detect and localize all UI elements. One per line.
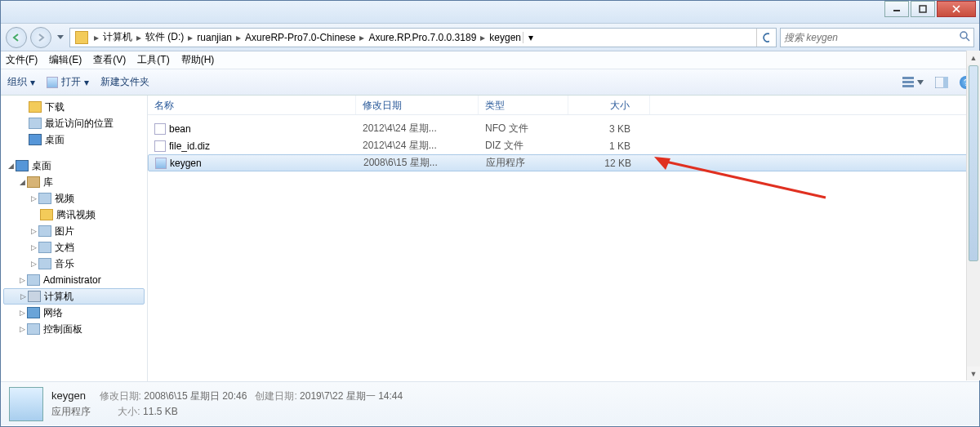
search-box[interactable] [780,28,974,47]
expand-icon[interactable]: ▷ [29,194,38,202]
column-name[interactable]: 名称 [148,96,356,114]
menubar: 文件(F) 编辑(E) 查看(V) 工具(T) 帮助(H) [1,51,979,69]
minimize-button[interactable] [884,1,909,17]
maximize-button[interactable] [911,1,935,17]
sidebar-item-documents[interactable]: ▷文档 [1,239,147,256]
file-row[interactable]: file_id.diz 2012\4\24 星期... DIZ 文件 1 KB [148,137,979,154]
breadcrumb-item[interactable]: AxureRP-Pro7.0-Chinese [243,32,357,43]
file-row-selected[interactable]: keygen 2008\6\15 星期... 应用程序 12 KB [148,154,979,171]
column-type[interactable]: 类型 [479,96,568,114]
sidebar-item-network[interactable]: ▷网络 [1,305,147,321]
details-modified-value: 2008\6\15 星期日 20:46 [144,390,247,402]
app-icon [47,77,58,88]
folder-icon [75,31,88,44]
expand-icon[interactable]: ▷ [29,243,38,251]
column-size[interactable]: 大小 [568,96,650,114]
toolbar: 组织 ▾ 打开 ▾ 新建文件夹 ? [1,69,979,96]
sidebar-item-downloads[interactable]: 下载 [1,99,147,115]
sidebar-item-control[interactable]: ▷控制面板 [1,321,147,337]
forward-button[interactable] [30,27,51,48]
sidebar-item-libraries[interactable]: ◢库 [1,174,147,190]
details-created-label: 创建日期: [255,390,296,402]
sidebar-item-desktop[interactable]: 桌面 [1,131,147,148]
breadcrumb-dropdown[interactable]: ▾ [523,32,537,43]
svg-point-4 [960,32,967,38]
column-date[interactable]: 修改日期 [356,96,479,114]
sidebar-item-video[interactable]: ▷视频 [1,190,147,207]
close-button[interactable] [937,1,976,17]
sidebar-item-tencent[interactable]: 腾讯视频 [1,207,147,223]
refresh-button[interactable] [756,29,774,47]
sidebar-item-computer[interactable]: ▷计算机 [3,288,145,305]
breadcrumb-item[interactable]: 软件 (D:) [144,30,185,44]
expand-icon[interactable]: ▷ [29,260,38,268]
search-icon[interactable] [959,30,970,44]
history-dropdown[interactable] [55,27,66,48]
preview-pane-button[interactable] [935,77,948,88]
sidebar-item-label: 计算机 [44,290,74,304]
sidebar: 下载 最近访问的位置 桌面 ◢桌面 ◢库 ▷视频 腾讯视频 ▷图片 ▷文档 ▷音… [1,96,148,381]
sidebar-item-music[interactable]: ▷音乐 [1,256,147,272]
column-headers: 名称 修改日期 类型 大小 [148,96,979,115]
expand-icon[interactable]: ▷ [17,325,27,333]
file-date: 2008\6\15 星期... [357,156,479,170]
scroll-down-icon[interactable]: ▼ [967,367,980,380]
sidebar-item-label: 腾讯视频 [56,208,96,222]
chevron-right-icon: ▸ [478,32,488,43]
sidebar-item-desktop-root[interactable]: ◢桌面 [1,158,147,174]
video-icon [38,193,51,204]
breadcrumb[interactable]: ▸ 计算机 ▸ 软件 (D:) ▸ ruanjian ▸ AxureRP-Pro… [69,28,777,47]
search-input[interactable] [784,32,959,43]
user-icon [27,274,40,286]
expand-icon[interactable]: ▷ [29,227,38,235]
svg-line-11 [662,161,826,198]
chevron-right-icon: ▸ [134,32,144,43]
sidebar-item-label: 视频 [55,192,74,206]
menu-edit[interactable]: 编辑(E) [49,53,82,67]
new-folder-button[interactable]: 新建文件夹 [100,75,149,89]
view-mode-button[interactable] [902,76,924,89]
chevron-right-icon: ▸ [357,32,367,43]
collapse-icon[interactable]: ◢ [17,178,27,186]
scroll-up-icon[interactable]: ▲ [967,51,980,64]
details-size-value: 11.5 KB [143,406,178,417]
sidebar-item-pictures[interactable]: ▷图片 [1,223,147,239]
sidebar-item-recent[interactable]: 最近访问的位置 [1,115,147,131]
file-icon [154,140,166,152]
expand-icon[interactable]: ▷ [18,292,28,300]
chevron-down-icon: ▾ [30,77,35,88]
chevron-right-icon: ▸ [91,32,101,43]
desktop-icon [29,134,42,145]
sidebar-item-label: 下载 [45,100,65,114]
details-pane: keygen 修改日期: 2008\6\15 星期日 20:46 创建日期: 2… [1,381,979,425]
scroll-thumb[interactable] [969,65,978,261]
control-icon [27,323,40,335]
file-name: keygen [170,158,202,169]
collapse-icon[interactable]: ◢ [6,162,16,170]
breadcrumb-item[interactable]: keygen [488,32,523,43]
sidebar-item-admin[interactable]: ▷Administrator [1,272,147,288]
expand-icon[interactable]: ▷ [17,309,27,317]
menu-tools[interactable]: 工具(T) [137,53,169,67]
breadcrumb-item[interactable]: Axure.RP.Pro.7.0.0.3189 [367,32,478,43]
file-date: 2012\4\24 星期... [356,139,479,153]
expand-icon[interactable]: ▷ [17,276,27,284]
organize-button[interactable]: 组织 ▾ [7,75,35,89]
file-date: 2012\4\24 星期... [356,122,479,136]
menu-file[interactable]: 文件(F) [6,53,38,67]
svg-marker-12 [654,157,670,170]
breadcrumb-item[interactable]: ruanjian [195,32,234,43]
file-type: DIZ 文件 [479,139,568,153]
scrollbar[interactable]: ▲ ▼ [966,51,980,380]
computer-icon [28,291,41,302]
menu-help[interactable]: 帮助(H) [181,53,215,67]
svg-rect-7 [902,81,914,83]
folder-icon [29,101,42,113]
breadcrumb-item[interactable]: 计算机 [101,30,134,44]
file-row[interactable]: bean 2012\4\24 星期... NFO 文件 3 KB [148,120,979,137]
sidebar-item-label: 最近访问的位置 [45,117,114,131]
open-button[interactable]: 打开 ▾ [47,75,89,89]
sidebar-item-label: 图片 [55,225,74,238]
back-button[interactable] [6,27,27,48]
menu-view[interactable]: 查看(V) [93,53,126,67]
